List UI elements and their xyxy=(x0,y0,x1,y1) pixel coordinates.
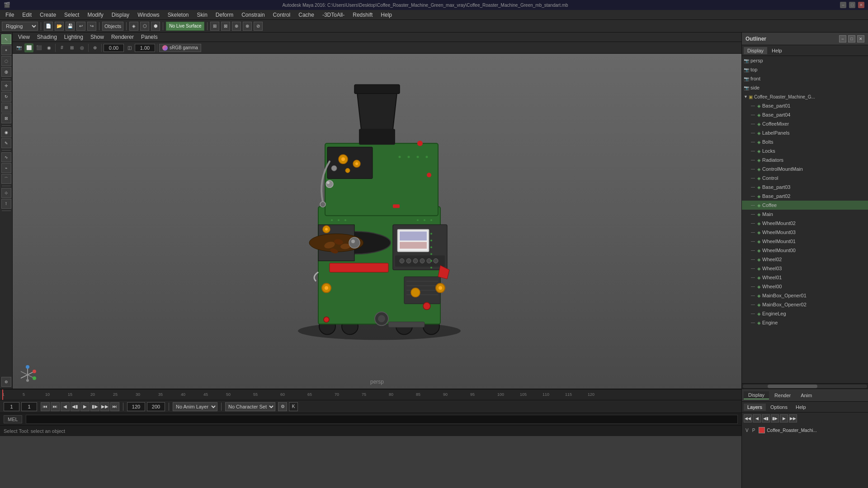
outliner-item-wheel02[interactable]: — ◈ Wheel02 xyxy=(742,255,868,264)
outliner-close-btn[interactable]: ✕ xyxy=(857,35,864,42)
vp-far-clip[interactable] xyxy=(135,44,155,52)
layer-prev-key[interactable]: ◀▮ xyxy=(762,414,770,422)
outliner-item-root-group[interactable]: ▼ ▣ Coffee_Roaster_Machine_G... xyxy=(742,92,868,101)
outliner-item-mainbox-opener01[interactable]: — ◈ MainBox_Opener01 xyxy=(742,291,868,300)
outliner-item-engine-leg[interactable]: — ◈ EngineLeg xyxy=(742,309,868,318)
vp-near-clip[interactable] xyxy=(104,44,124,52)
vp-menu-lighting[interactable]: Lighting xyxy=(61,33,87,41)
layer-go-end[interactable]: ▶▶ xyxy=(789,414,797,422)
menu-constrain[interactable]: Constrain xyxy=(238,11,268,19)
maximize-button[interactable]: □ xyxy=(849,2,855,8)
outliner-item-ctrl-mount-main[interactable]: — ◈ ControlMountMain xyxy=(742,164,868,174)
playback-start-field[interactable] xyxy=(4,402,19,411)
paint-button[interactable]: ⬢ xyxy=(151,22,160,31)
paint-ops-button[interactable]: ◍ xyxy=(1,67,11,77)
rb-tab-anim[interactable]: Anim xyxy=(796,392,816,399)
rbs-tab-layers[interactable]: Layers xyxy=(744,404,766,411)
timeline-track[interactable]: 1 5 10 15 20 25 30 35 40 45 50 55 60 65 xyxy=(0,389,741,400)
vp-menu-show[interactable]: Show xyxy=(87,33,108,41)
save-button[interactable]: 💾 xyxy=(66,22,75,31)
vp-menu-shading[interactable]: Shading xyxy=(33,33,61,41)
play-back-button[interactable]: ◀▮ xyxy=(71,402,80,411)
outliner-scrollbar[interactable] xyxy=(742,383,868,389)
char-set-options[interactable]: ⚙ xyxy=(278,402,287,411)
viewport-3d[interactable]: persp xyxy=(13,54,741,389)
play-forward-button[interactable]: ▶ xyxy=(80,402,90,411)
vp-wireframe-toggle[interactable]: ⊞ xyxy=(67,43,76,52)
timeline-ruler[interactable]: 1 5 10 15 20 25 30 35 40 45 50 55 60 65 xyxy=(0,389,741,400)
move-tool-button[interactable]: ✛ xyxy=(1,81,11,91)
next-frame-button[interactable]: ▮▶ xyxy=(90,402,99,411)
menu-file[interactable]: File xyxy=(2,11,18,19)
layer-row[interactable]: V P Coffee_Roaster_Machi... xyxy=(744,426,866,434)
outliner-item-wheelmount00[interactable]: — ◈ WheelMount00 xyxy=(742,246,868,255)
soft-select-button[interactable]: ◉ xyxy=(1,127,11,137)
snap-surface-button[interactable]: ⊗ xyxy=(243,22,252,31)
next-key-button[interactable]: ▶▶ xyxy=(100,402,109,411)
select-tool-button[interactable]: ↖ xyxy=(1,34,11,44)
menu-windows[interactable]: Windows xyxy=(134,11,163,19)
outliner-scroll-track[interactable] xyxy=(743,385,867,388)
vp-menu-renderer[interactable]: Renderer xyxy=(108,33,137,41)
menu-edit[interactable]: Edit xyxy=(19,11,35,19)
outliner-scroll-thumb[interactable] xyxy=(768,385,817,388)
outliner-item-wheelmount01[interactable]: — ◈ WheelMount01 xyxy=(742,237,868,246)
menu-help[interactable]: Help xyxy=(377,11,396,19)
menu-modify[interactable]: Modify xyxy=(84,11,107,19)
select-mode-button[interactable]: ◈ xyxy=(129,22,138,31)
outliner-minimize-btn[interactable]: – xyxy=(839,35,846,42)
rb-tab-render[interactable]: Render xyxy=(770,392,795,399)
go-end-button[interactable]: ⏭ xyxy=(110,402,119,411)
outliner-item-label-panels[interactable]: — ◈ LabelPanels xyxy=(742,128,868,137)
rbs-tab-options[interactable]: Options xyxy=(767,404,791,411)
sculpt-button[interactable]: ✎ xyxy=(1,138,11,148)
vp-cam-select[interactable]: 📷 xyxy=(14,43,24,52)
vp-color-mode[interactable]: sRGB gamma xyxy=(159,44,201,52)
prev-key-button[interactable]: ⏭ xyxy=(51,402,60,411)
outliner-item-locks[interactable]: — ◈ Locks xyxy=(742,146,868,155)
go-start-button[interactable]: ⏮ xyxy=(41,402,50,411)
outliner-item-wheel01[interactable]: — ◈ Wheel01 xyxy=(742,273,868,282)
outliner-item-wheel03[interactable]: — ◈ Wheel03 xyxy=(742,264,868,273)
menu-3dtool[interactable]: -3DToAll- xyxy=(319,11,348,19)
vp-menu-panels[interactable]: Panels xyxy=(137,33,161,41)
outliner-tab-help[interactable]: Help xyxy=(768,47,786,54)
outliner-item-bolts[interactable]: — ◈ Bolts xyxy=(742,137,868,146)
outliner-item-side[interactable]: 📷 side xyxy=(742,83,868,92)
outliner-item-persp[interactable]: 📷 persp xyxy=(742,56,868,65)
curve-cv-button[interactable]: ∿ xyxy=(1,152,11,162)
snap-curve-button[interactable]: ⊠ xyxy=(221,22,230,31)
rb-tab-display[interactable]: Display xyxy=(744,391,769,399)
outliner-item-engine[interactable]: — ◈ Engine xyxy=(742,318,868,327)
new-scene-button[interactable]: 📄 xyxy=(44,22,53,31)
no-live-surface-badge[interactable]: No Live Surface xyxy=(166,22,204,31)
outliner-item-base-part04[interactable]: — ◈ Base_part04 xyxy=(742,110,868,119)
rbs-tab-help[interactable]: Help xyxy=(792,404,810,411)
mel-tab[interactable]: MEL xyxy=(4,415,22,423)
outliner-tab-display[interactable]: Display xyxy=(744,47,767,54)
playback-current-field[interactable] xyxy=(21,402,37,411)
menu-skeleton[interactable]: Skeleton xyxy=(164,11,193,19)
scale-tool-button[interactable]: ⊞ xyxy=(1,103,11,113)
joint-tool-button[interactable]: ⊹ xyxy=(1,188,11,198)
outliner-item-control[interactable]: — ◈ Control xyxy=(742,174,868,183)
outliner-item-coffee-mixer[interactable]: — ◈ CoffeeMixer xyxy=(742,119,868,128)
mel-input[interactable] xyxy=(26,415,738,424)
prev-frame-button[interactable]: ◀ xyxy=(61,402,70,411)
paint-select-button[interactable]: ◌ xyxy=(1,56,11,66)
redo-button[interactable]: ↪ xyxy=(87,22,96,31)
menu-redshift[interactable]: Redshift xyxy=(349,11,376,19)
snap-view-button[interactable]: ⊘ xyxy=(254,22,263,31)
vp-manip-toggle[interactable]: ⊕ xyxy=(90,43,99,52)
anim-layer-selector[interactable]: No Anim Layer xyxy=(173,402,217,411)
universal-manip-button[interactable]: ⊠ xyxy=(1,113,11,123)
arc-tool-button[interactable]: ⌒ xyxy=(1,174,11,184)
lasso-select-button[interactable]: ⌖ xyxy=(1,45,11,55)
outliner-item-base-part01[interactable]: — ◈ Base_part01 xyxy=(742,101,868,110)
show-manipulator-button[interactable]: ⊜ xyxy=(1,377,11,387)
layer-next-key[interactable]: ▮▶ xyxy=(771,414,779,422)
playback-max-end-field[interactable] xyxy=(147,402,165,411)
layer-prev[interactable]: ◀ xyxy=(753,414,761,422)
vp-render-smooth[interactable]: ◉ xyxy=(44,43,53,52)
outliner-item-front[interactable]: 📷 front xyxy=(742,74,868,83)
